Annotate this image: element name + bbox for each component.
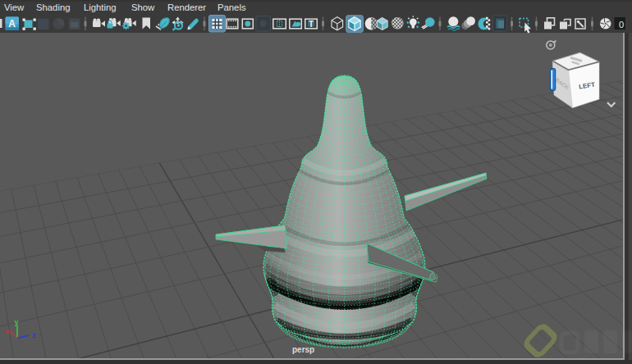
svg-text:0: 0: [619, 20, 624, 30]
svg-text:T: T: [309, 20, 314, 29]
svg-text:y: y: [15, 318, 19, 326]
svg-text:Renderer: Renderer: [167, 2, 206, 12]
svg-text:Lighting: Lighting: [84, 2, 117, 12]
svg-text:z: z: [32, 331, 36, 339]
svg-text:persp: persp: [292, 345, 314, 354]
svg-text:Panels: Panels: [218, 2, 246, 12]
svg-text:x: x: [6, 327, 10, 335]
svg-text:Show: Show: [131, 2, 155, 12]
svg-text:View: View: [4, 2, 25, 12]
svg-text:Shading: Shading: [36, 2, 70, 12]
svg-text:A: A: [8, 18, 16, 30]
